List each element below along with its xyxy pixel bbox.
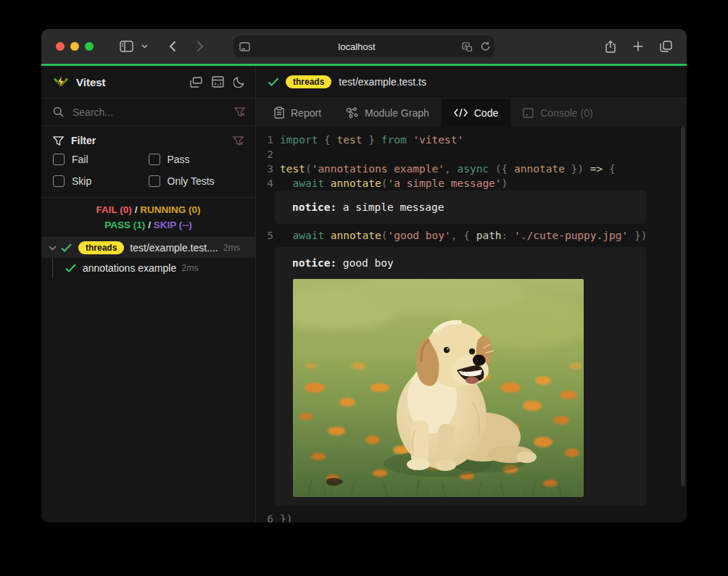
checkbox-label: Pass (167, 154, 190, 165)
clear-filter-icon[interactable] (233, 136, 244, 146)
code-token: , (444, 163, 457, 175)
timer-icon[interactable] (212, 76, 224, 88)
tab-code[interactable]: Code (442, 99, 510, 127)
code-token: './cute-puppy.jpg' (514, 230, 628, 241)
code-token: test (337, 134, 363, 146)
open-file-name: test/example.test.ts (339, 76, 426, 88)
code-token: }) (280, 513, 292, 522)
filter-checkbox-skip[interactable]: Skip (53, 174, 149, 188)
code-token: }) (565, 163, 590, 175)
minimize-window-button[interactable] (70, 42, 79, 51)
app-title: Vitest (76, 76, 190, 88)
code-token: => (590, 163, 609, 175)
test-case-name: annotations example (83, 262, 176, 274)
annotation-label: notice: (292, 201, 336, 213)
pool-badge: threads (78, 241, 124, 254)
annotation-notice-with-image: notice: good boy (275, 247, 646, 506)
tab-report[interactable]: Report (262, 99, 334, 127)
dashboard-icon[interactable] (190, 77, 202, 88)
code-line: 5 await annotate('good boy', { path: './… (256, 228, 687, 243)
browser-window: localhost A (41, 29, 687, 522)
checkbox-label: Skip (72, 175, 91, 187)
code-token: ) (502, 178, 508, 189)
address-bar[interactable]: localhost A (233, 36, 495, 57)
annotation-label: notice: (292, 257, 336, 269)
code-token: 'a simple message' (387, 178, 501, 189)
code-token: 'vitest' (413, 134, 463, 146)
line-number: 4 (256, 176, 273, 191)
indent-guide (52, 258, 53, 278)
code-token: import (280, 134, 318, 146)
report-clipboard-icon (274, 107, 284, 119)
status-line-1: FAIL (0) / RUNNING (0) (41, 202, 255, 217)
line-number: 2 (256, 147, 273, 162)
tab-overview-icon[interactable] (655, 36, 677, 57)
reload-icon[interactable] (476, 36, 495, 57)
code-token: annotate (331, 178, 381, 189)
zoom-window-button[interactable] (85, 42, 94, 51)
back-icon[interactable] (162, 36, 183, 57)
code-token: annotate (331, 230, 381, 241)
code-token: }) (628, 230, 647, 241)
test-file-row[interactable]: threads test/example.test.... 2ms (41, 238, 255, 258)
checkbox-icon (149, 154, 160, 165)
checkbox-label: Fail (72, 154, 88, 165)
theme-toggle-moon-icon[interactable] (233, 76, 245, 88)
tab-console[interactable]: Console (0) (510, 99, 605, 127)
clear-search-icon[interactable] (234, 107, 245, 117)
tab-module-graph[interactable]: Module Graph (334, 99, 442, 127)
scrollbar-thumb[interactable] (681, 127, 685, 486)
test-duration: 2ms (223, 243, 241, 253)
pass-check-icon (61, 243, 72, 252)
vitest-logo (53, 75, 69, 90)
code-token (324, 178, 331, 189)
filter-label: Filter (71, 135, 233, 146)
code-token: 'annotations example' (312, 163, 444, 175)
tab-label: Code (474, 107, 498, 119)
code-token: path (476, 230, 502, 241)
website-settings-icon[interactable] (233, 36, 255, 57)
close-window-button[interactable] (56, 42, 65, 51)
chevron-down-icon[interactable] (137, 36, 152, 57)
code-line: 4 await annotate('a simple message') (256, 176, 687, 191)
sidebar-toggle-icon[interactable] (115, 36, 137, 57)
checkbox-label: Only Tests (167, 175, 215, 187)
code-token: annotate (514, 163, 565, 175)
file-header: threads test/example.test.ts (256, 66, 687, 99)
annotation-message: a simple message (336, 201, 444, 213)
filter-checkbox-pass[interactable]: Pass (149, 152, 244, 167)
code-token: } (363, 134, 381, 146)
tab-label: Report (291, 107, 321, 119)
checkbox-icon (53, 175, 65, 187)
code-token: test (280, 163, 305, 175)
line-number: 5 (256, 228, 273, 243)
forward-icon[interactable] (189, 36, 211, 57)
test-case-row[interactable]: annotations example 2ms (41, 258, 255, 278)
pool-badge: threads (286, 75, 331, 88)
share-icon[interactable] (600, 36, 621, 57)
console-icon (523, 108, 534, 118)
annotation-message: good boy (336, 257, 394, 269)
status-line-2: PASS (1) / SKIP (--) (41, 217, 255, 233)
search-input[interactable]: Search... (73, 107, 234, 118)
running-count: RUNNING (0) (140, 204, 200, 215)
code-editor[interactable]: 1import { test } from 'vitest' 2 3test('… (256, 127, 687, 522)
browser-toolbar: localhost A (41, 29, 687, 64)
main-panel: threads test/example.test.ts Report (256, 66, 687, 522)
line-number: 6 (256, 512, 273, 522)
tab-label: Module Graph (365, 107, 429, 119)
checkbox-icon (53, 154, 65, 165)
chevron-down-icon[interactable] (49, 246, 57, 251)
test-file-name: test/example.test.... (130, 242, 218, 254)
translate-icon[interactable]: A (458, 36, 476, 57)
code-token (324, 230, 331, 241)
test-duration: 2ms (181, 263, 199, 273)
sidebar: Vitest (41, 66, 256, 522)
new-tab-icon[interactable] (627, 36, 649, 57)
filter-checkbox-only-tests[interactable]: Only Tests (149, 174, 244, 188)
annotation-notice: notice: a simple message (275, 191, 646, 224)
code-line: 2 (256, 147, 687, 162)
line-number: 3 (256, 162, 273, 176)
filter-checkbox-fail[interactable]: Fail (53, 152, 149, 167)
test-status-summary: FAIL (0) / RUNNING (0) PASS (1) / SKIP (… (41, 198, 255, 238)
